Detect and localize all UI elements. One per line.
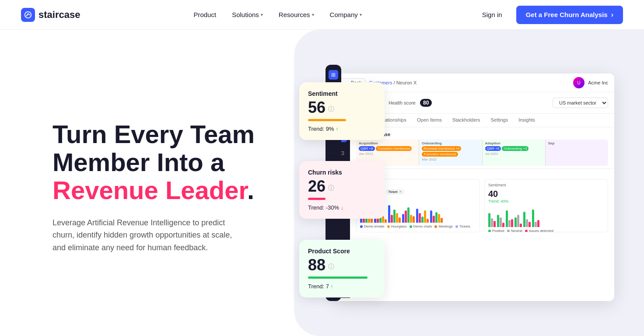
- remove-filter-icon[interactable]: ✕: [399, 190, 402, 194]
- bar-group: [523, 212, 531, 227]
- bar: [523, 212, 525, 227]
- bar: [391, 215, 393, 223]
- bar: [388, 205, 390, 223]
- nav-company[interactable]: Company ▾: [324, 7, 368, 22]
- bar: [402, 214, 404, 223]
- logo-icon: [21, 8, 35, 22]
- sector-dropdown[interactable]: US market sector: [553, 98, 608, 108]
- legend-item: Hourglass: [387, 224, 407, 228]
- legend-item: Demo chats: [410, 224, 432, 228]
- chevron-down-icon: ▾: [312, 12, 314, 17]
- arrow-icon: ›: [611, 11, 613, 19]
- avatar: U: [573, 77, 584, 88]
- bar: [424, 210, 426, 223]
- phase-tag: QBR +8: [359, 146, 375, 151]
- ticket-filter[interactable]: Ticket ✕: [385, 189, 404, 195]
- legend-item: Meetings: [434, 224, 452, 228]
- bar: [520, 224, 522, 227]
- bar: [491, 218, 493, 227]
- bar-group: [416, 209, 429, 223]
- onboarding-phase: Onboarding Renewal mentioned +3 Transiti…: [419, 140, 482, 166]
- bar: [502, 223, 504, 227]
- sign-in-button[interactable]: Sign in: [475, 7, 509, 22]
- bar: [532, 210, 534, 227]
- chevron-down-icon: ▾: [261, 12, 263, 17]
- sep-phase: Sep: [546, 140, 608, 166]
- tab-settings[interactable]: Settings: [485, 114, 513, 127]
- sentiment-progress-bar: [308, 119, 346, 121]
- dashboard-main-area: Journey Phase Acquisition QBR +8 Transit…: [350, 127, 614, 298]
- churn-progress-bar: [308, 198, 326, 200]
- bar: [500, 217, 502, 227]
- brand-name: staircase: [38, 9, 80, 21]
- trend-up-icon: ↑: [336, 126, 339, 132]
- tab-stackholders[interactable]: Stackholders: [447, 114, 486, 127]
- journey-title: Journey Phase: [356, 132, 608, 137]
- info-icon: ⓘ: [328, 105, 334, 113]
- bar-group: [388, 205, 401, 223]
- bar: [393, 210, 396, 223]
- churn-card-value: 26: [308, 178, 326, 194]
- bar: [419, 213, 421, 223]
- product-score-value: 88: [308, 257, 326, 273]
- churn-card: Churn risks 26 ⓘ Trend: -30% ↓: [299, 161, 385, 219]
- bar: [413, 216, 415, 223]
- sidebar-home-icon[interactable]: ⊞: [329, 70, 338, 80]
- nav-product[interactable]: Product: [187, 7, 222, 22]
- chevron-down-icon: ▾: [360, 12, 362, 17]
- nav-actions: Sign in Get a Free Churn Analysis ›: [475, 6, 623, 24]
- sentiment-legend: Positive Neutral Issues detected: [488, 229, 604, 232]
- phase-tag: Transition mentioned: [376, 146, 412, 151]
- sentiment-card-value: 56: [308, 100, 326, 116]
- hero-content: Turn Every Team Member Into a Revenue Le…: [52, 120, 298, 254]
- sentiment-chart: Sentiment 40 Trend: 40%: [484, 179, 608, 232]
- trend-up-icon: ↑: [331, 283, 334, 290]
- product-score-title: Product Score: [308, 248, 376, 255]
- bar: [506, 210, 508, 227]
- bar: [410, 215, 412, 223]
- info-icon: ⓘ: [328, 263, 334, 271]
- logo-link[interactable]: staircase: [21, 8, 80, 22]
- tab-open-items[interactable]: Open Items: [412, 114, 447, 127]
- sentiment-trend-label: Trend: 40%: [488, 199, 604, 203]
- bar: [421, 217, 424, 223]
- bar: [407, 207, 410, 223]
- activity-legend: Demo emails Hourglass Demo chats Meeting…: [360, 224, 476, 228]
- bar: [438, 214, 440, 223]
- hero-heading: Turn Every Team Member Into a Revenue Le…: [52, 120, 298, 204]
- svg-point-0: [25, 11, 31, 18]
- nav-resources[interactable]: Resources ▾: [273, 7, 320, 22]
- navbar: staircase Product Solutions ▾ Resources …: [0, 0, 644, 30]
- phase-tag: QBR +8: [485, 146, 501, 151]
- bar: [497, 215, 499, 227]
- activity-section: Activity: [350, 169, 614, 179]
- hero-subtext: Leverage Artificial Revenue Intelligence…: [52, 217, 245, 254]
- bar-group: [430, 210, 443, 223]
- bar: [433, 216, 435, 223]
- bar: [511, 219, 513, 227]
- sentiment-score: 40: [488, 189, 604, 199]
- bar: [528, 222, 531, 227]
- bar: [416, 209, 418, 223]
- bar: [494, 221, 496, 227]
- journey-chart: Acquisition QBR +8 Transition mentioned …: [356, 140, 608, 166]
- journey-phase-section: Journey Phase Acquisition QBR +8 Transit…: [350, 127, 614, 169]
- bar-group: [506, 210, 513, 227]
- phase-tag: Renewal mentioned +3: [422, 146, 461, 151]
- cta-button[interactable]: Get a Free Churn Analysis ›: [516, 6, 623, 24]
- legend-item: Issues detected: [525, 229, 553, 232]
- dashboard-mockup: ⊞ ⊡ ◈ ⊙ Sentiment 56 ⓘ Trend: 9% ↑: [299, 65, 614, 310]
- sentiment-bars: [488, 205, 604, 227]
- nav-solutions[interactable]: Solutions ▾: [226, 7, 269, 22]
- bar: [430, 210, 432, 223]
- tab-insights[interactable]: Insights: [513, 114, 540, 127]
- info-icon: ⓘ: [328, 184, 334, 192]
- bar: [488, 213, 490, 227]
- bar-group: [402, 207, 415, 223]
- legend-item: Tickets: [455, 224, 470, 228]
- bar: [405, 210, 407, 223]
- sentiment-trend: Trend: 9% ↑: [308, 126, 376, 132]
- bar: [537, 220, 539, 227]
- bar-group: [497, 215, 504, 227]
- product-progress-bar: [308, 276, 368, 279]
